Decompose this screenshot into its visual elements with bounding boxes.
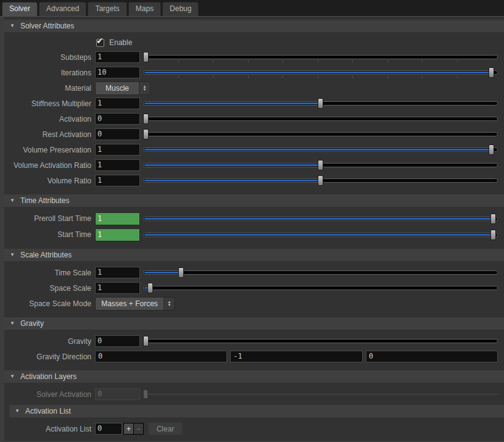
section-header-activation-layers[interactable]: ▼Activation Layers bbox=[4, 370, 504, 383]
slider-track[interactable] bbox=[143, 286, 498, 290]
parm-value-field[interactable]: 1 bbox=[95, 51, 140, 63]
dropdown-spinner[interactable]: ▲▼ bbox=[139, 82, 150, 94]
vector-component-field[interactable]: 0 bbox=[366, 351, 498, 362]
parm-row-enable: ✔Enable bbox=[4, 36, 504, 49]
parm-slider[interactable] bbox=[143, 114, 498, 124]
slider-track[interactable] bbox=[143, 55, 498, 59]
collapse-triangle-icon[interactable]: ▼ bbox=[10, 198, 15, 203]
parm-value-field[interactable]: 0 bbox=[95, 388, 140, 400]
parm-value-field[interactable]: 0 bbox=[95, 113, 140, 125]
parm-slider[interactable] bbox=[143, 129, 498, 140]
parm-slider[interactable] bbox=[143, 67, 498, 78]
slider-handle[interactable] bbox=[178, 267, 184, 278]
slider-handle[interactable] bbox=[490, 214, 496, 224]
parm-slider[interactable] bbox=[143, 336, 498, 346]
slider-handle[interactable] bbox=[143, 114, 149, 124]
list-add-remove-group: +− bbox=[123, 423, 144, 435]
dropdown-spinner[interactable]: ▲▼ bbox=[163, 298, 175, 310]
slider-track[interactable] bbox=[143, 270, 498, 275]
parm-value-field[interactable]: 1 bbox=[95, 228, 140, 241]
slider-tick bbox=[457, 76, 458, 78]
parm-value-field[interactable]: 10 bbox=[95, 67, 140, 78]
clear-button[interactable]: Clear bbox=[148, 422, 183, 435]
parm-row-activation-list: Activation List0+−Clear bbox=[4, 421, 504, 436]
slider-track[interactable] bbox=[143, 217, 498, 221]
slider-track[interactable] bbox=[143, 70, 498, 75]
slider-handle[interactable] bbox=[147, 283, 153, 293]
parm-value-field[interactable]: 0 bbox=[95, 335, 140, 347]
parm-row-solver-activation: Solver Activation0 bbox=[4, 386, 504, 402]
parm-label: Gravity Direction bbox=[4, 352, 91, 361]
vector-component-field[interactable]: 0 bbox=[95, 351, 227, 362]
parm-slider[interactable] bbox=[143, 98, 498, 109]
slider-track[interactable] bbox=[143, 394, 498, 394]
slider-handle[interactable] bbox=[143, 129, 149, 140]
section-body-time-attributes: Preroll Start Time1Start Time1 bbox=[4, 207, 504, 244]
parm-value-field[interactable]: 1 bbox=[95, 282, 140, 294]
slider-handle[interactable] bbox=[489, 67, 494, 78]
parm-value-field[interactable]: 1 bbox=[95, 144, 140, 156]
collapse-triangle-icon[interactable]: ▼ bbox=[10, 23, 15, 28]
slider-handle[interactable] bbox=[490, 230, 496, 240]
parm-slider[interactable] bbox=[143, 267, 498, 278]
parm-label: Substeps bbox=[4, 53, 91, 62]
tab-maps[interactable]: Maps bbox=[128, 2, 161, 16]
section-body-solver-attributes: ✔EnableSubsteps1Iterations10MaterialMusc… bbox=[4, 32, 504, 190]
parm-value-field[interactable]: 1 bbox=[95, 175, 140, 186]
dropdown-value[interactable]: Muscle bbox=[96, 82, 139, 94]
section-header-solver-attributes[interactable]: ▼Solver Attributes bbox=[4, 20, 504, 32]
section-header-activation-list[interactable]: ▼Activation List bbox=[9, 405, 504, 417]
slider-handle[interactable] bbox=[143, 336, 149, 346]
parm-value-field[interactable]: 1 bbox=[95, 212, 140, 225]
slider-track[interactable] bbox=[143, 148, 498, 152]
slider-track[interactable] bbox=[143, 117, 498, 121]
slider-handle[interactable] bbox=[143, 390, 148, 399]
parm-row-time-scale: Time Scale1 bbox=[4, 265, 504, 280]
tab-targets[interactable]: Targets bbox=[88, 2, 126, 16]
slider-handle[interactable] bbox=[318, 175, 323, 186]
parm-slider[interactable] bbox=[143, 144, 498, 155]
remove-item-button[interactable]: − bbox=[134, 423, 143, 434]
slider-track[interactable] bbox=[143, 233, 498, 237]
parm-label: Rest Activation bbox=[4, 130, 91, 139]
parm-slider[interactable] bbox=[143, 283, 498, 293]
collapse-triangle-icon[interactable]: ▼ bbox=[10, 321, 15, 326]
slider-tick bbox=[283, 60, 283, 62]
section-header-gravity[interactable]: ▼Gravity bbox=[4, 317, 504, 330]
tab-advanced[interactable]: Advanced bbox=[39, 2, 86, 16]
list-count-field[interactable]: 0 bbox=[95, 423, 122, 435]
dropdown-value[interactable]: Masses + Forces bbox=[96, 298, 163, 310]
collapse-triangle-icon[interactable]: ▼ bbox=[10, 374, 15, 379]
collapse-triangle-icon[interactable]: ▼ bbox=[15, 409, 20, 414]
section-header-scale-attributes[interactable]: ▼Scale Attributes bbox=[4, 249, 504, 261]
slider-track[interactable] bbox=[143, 339, 498, 343]
parm-value-field[interactable]: 1 bbox=[95, 98, 140, 109]
slider-handle[interactable] bbox=[318, 98, 323, 109]
add-item-button[interactable]: + bbox=[124, 423, 134, 434]
parm-value-field[interactable]: 1 bbox=[95, 267, 140, 278]
enable-checkbox[interactable]: ✔ bbox=[96, 39, 104, 47]
slider-tick bbox=[248, 76, 249, 78]
dropdown-space-scale-mode[interactable]: Masses + Forces▲▼ bbox=[95, 297, 175, 311]
dropdown-material[interactable]: Muscle▲▼ bbox=[95, 81, 151, 95]
slider-handle[interactable] bbox=[489, 144, 494, 155]
parm-label: Activation bbox=[4, 115, 91, 123]
parm-slider[interactable] bbox=[143, 160, 498, 170]
parm-slider[interactable] bbox=[143, 175, 498, 186]
tab-solver[interactable]: Solver bbox=[2, 2, 38, 16]
slider-handle[interactable] bbox=[318, 160, 323, 170]
section-header-time-attributes[interactable]: ▼Time Attributes bbox=[4, 194, 504, 207]
parm-slider[interactable] bbox=[143, 389, 498, 399]
parm-slider[interactable] bbox=[143, 52, 498, 62]
parm-slider[interactable] bbox=[143, 214, 498, 224]
parm-value-field[interactable]: 0 bbox=[95, 128, 140, 140]
slider-track[interactable] bbox=[143, 132, 498, 136]
tab-debug[interactable]: Debug bbox=[162, 2, 199, 16]
slider-tick bbox=[283, 76, 283, 78]
parm-slider[interactable] bbox=[143, 230, 498, 240]
collapse-triangle-icon[interactable]: ▼ bbox=[10, 252, 15, 257]
vector-component-field[interactable]: -1 bbox=[230, 351, 362, 362]
parm-value-field[interactable]: 1 bbox=[95, 159, 140, 171]
slider-handle[interactable] bbox=[143, 52, 149, 62]
parm-label: Solver Activation bbox=[4, 390, 91, 399]
